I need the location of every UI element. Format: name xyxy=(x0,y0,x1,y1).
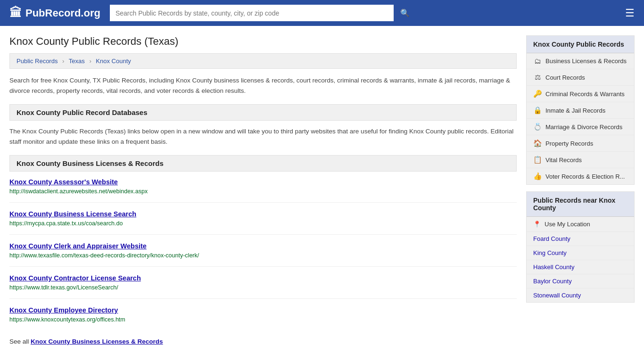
use-my-location-label: Use My Location xyxy=(545,221,590,228)
clipboard-icon: 📋 xyxy=(533,156,542,164)
business-section-header: Knox County Business Licenses & Records xyxy=(9,155,517,172)
search-bar: 🔍 xyxy=(110,5,416,21)
record-entry-1: Knox County Business License Search http… xyxy=(9,210,517,235)
sidebar: Knox County Public Records 🗂 Business Li… xyxy=(526,35,635,345)
sidebar-item-business[interactable]: 🗂 Business Licenses & Records xyxy=(527,53,634,69)
use-my-location-button[interactable]: 📍 Use My Location xyxy=(527,217,634,232)
record-url-0[interactable]: http://iswdataclient.azurewebsites.net/w… xyxy=(9,188,148,195)
sidebar-label-criminal: Criminal Records & Warrants xyxy=(545,90,625,98)
record-entry-0: Knox County Assessor's Website http://is… xyxy=(9,178,517,203)
record-title-0[interactable]: Knox County Assessor's Website xyxy=(9,178,517,186)
nearby-baylor[interactable]: Baylor County xyxy=(527,274,634,288)
lock-icon: 🔒 xyxy=(533,106,542,115)
record-url-4[interactable]: https://www.knoxcountytexas.org/offices.… xyxy=(9,316,125,323)
nearby-stonewall[interactable]: Stonewall County xyxy=(527,288,634,302)
location-pin-icon: 📍 xyxy=(533,221,541,228)
nearby-haskell[interactable]: Haskell County xyxy=(527,260,634,274)
nearby-foard[interactable]: Foard County xyxy=(527,232,634,246)
record-title-4[interactable]: Knox County Employee Directory xyxy=(9,306,517,314)
database-section-header: Knox County Public Record Databases xyxy=(9,104,517,121)
sidebar-public-records: Knox County Public Records 🗂 Business Li… xyxy=(526,35,635,185)
logo-text: PubRecord.org xyxy=(25,7,100,19)
see-all-link[interactable]: Knox County Business Licenses & Records xyxy=(31,338,163,345)
database-body-text: The Knox County Public Records (Texas) l… xyxy=(9,126,517,147)
search-button[interactable]: 🔍 xyxy=(394,5,416,21)
header: 🏛 PubRecord.org 🔍 ☰ xyxy=(0,0,644,26)
breadcrumb-sep2: › xyxy=(89,58,91,65)
sidebar-label-court: Court Records xyxy=(545,74,585,81)
nearby-king[interactable]: King County xyxy=(527,246,634,260)
sidebar-item-inmate[interactable]: 🔒 Inmate & Jail Records xyxy=(527,102,634,119)
sidebar-nearby: Public Records near Knox County 📍 Use My… xyxy=(526,191,635,303)
briefcase-icon: 🗂 xyxy=(533,57,542,65)
sidebar-item-criminal[interactable]: 🔑 Criminal Records & Warrants xyxy=(527,86,634,102)
key-icon: 🔑 xyxy=(533,90,542,98)
scales-icon: ⚖ xyxy=(533,73,542,82)
intro-text: Search for free Knox County, TX Public R… xyxy=(9,75,517,96)
sidebar-label-marriage: Marriage & Divorce Records xyxy=(545,123,622,131)
record-entry-3: Knox County Contractor License Search ht… xyxy=(9,274,517,299)
record-entry-2: Knox County Clerk and Appraiser Website … xyxy=(9,242,517,267)
see-all-text: See all xyxy=(9,338,31,345)
breadcrumb-public-records[interactable]: Public Records xyxy=(17,58,58,65)
record-entry-4: Knox County Employee Directory https://w… xyxy=(9,306,517,330)
logo[interactable]: 🏛 PubRecord.org xyxy=(9,6,100,20)
thumbsup-icon: 👍 xyxy=(533,172,542,181)
record-url-1[interactable]: https://mycpa.cpa.state.tx.us/coa/search… xyxy=(9,220,123,227)
breadcrumb-knox[interactable]: Knox County xyxy=(96,58,131,65)
main-content: Knox County Public Records (Texas) Publi… xyxy=(9,35,517,345)
sidebar-item-property[interactable]: 🏠 Property Records xyxy=(527,135,634,152)
record-title-1[interactable]: Knox County Business License Search xyxy=(9,210,517,218)
breadcrumb-sep1: › xyxy=(62,58,64,65)
sidebar-item-marriage[interactable]: 💍 Marriage & Divorce Records xyxy=(527,119,634,135)
sidebar-item-court[interactable]: ⚖ Court Records xyxy=(527,69,634,86)
page-title: Knox County Public Records (Texas) xyxy=(9,35,517,48)
record-title-3[interactable]: Knox County Contractor License Search xyxy=(9,274,517,282)
sidebar-label-vital: Vital Records xyxy=(545,156,582,164)
record-list: Knox County Assessor's Website http://is… xyxy=(9,178,517,330)
sidebar-item-voter[interactable]: 👍 Voter Records & Election R... xyxy=(527,168,634,184)
sidebar-label-business: Business Licenses & Records xyxy=(545,58,627,65)
sidebar-item-vital[interactable]: 📋 Vital Records xyxy=(527,152,634,168)
ring-icon: 💍 xyxy=(533,123,542,131)
logo-icon: 🏛 xyxy=(9,6,22,20)
sidebar-label-voter: Voter Records & Election R... xyxy=(545,173,625,180)
record-url-3[interactable]: https://www.tdlr.texas.gov/LicenseSearch… xyxy=(9,284,118,291)
nearby-header: Public Records near Knox County xyxy=(527,192,634,217)
record-url-2[interactable]: http://www.texasfile.com/texas-deed-reco… xyxy=(9,252,199,259)
menu-button[interactable]: ☰ xyxy=(625,7,635,19)
search-input[interactable] xyxy=(110,5,394,21)
record-title-2[interactable]: Knox County Clerk and Appraiser Website xyxy=(9,242,517,250)
house-icon: 🏠 xyxy=(533,139,542,148)
sidebar-label-property: Property Records xyxy=(545,140,593,147)
sidebar-label-inmate: Inmate & Jail Records xyxy=(545,107,605,114)
see-all: See all Knox County Business Licenses & … xyxy=(9,338,517,345)
breadcrumb: Public Records › Texas › Knox County xyxy=(9,53,517,69)
breadcrumb-texas[interactable]: Texas xyxy=(69,58,85,65)
sidebar-public-records-header: Knox County Public Records xyxy=(527,36,634,53)
page-wrapper: Knox County Public Records (Texas) Publi… xyxy=(0,26,644,345)
